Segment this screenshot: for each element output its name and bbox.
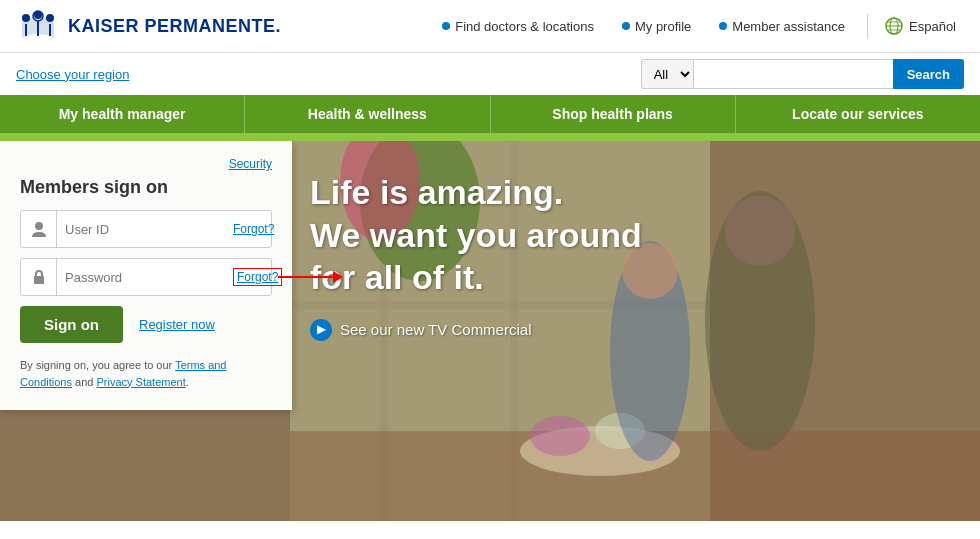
signin-panel: Security Members sign on Forgot? (0, 141, 292, 410)
password-field-wrap: Forgot? (57, 260, 290, 294)
svg-point-21 (725, 196, 795, 266)
member-assistance-label: Member assistance (732, 19, 845, 34)
user-icon (21, 211, 57, 247)
my-profile-label: My profile (635, 19, 691, 34)
terms-prefix: By signing on, you agree to our (20, 359, 172, 371)
terms-and: and (75, 376, 93, 388)
hero-headline: Life is amazing. We want you around for … (310, 171, 642, 299)
nav-item-shop-plans[interactable]: Shop health plans (491, 95, 736, 133)
header-divider (867, 14, 868, 38)
header-right: Find doctors & locations My profile Memb… (428, 14, 964, 38)
globe-icon (884, 16, 904, 36)
signin-title: Members sign on (20, 177, 272, 198)
sub-header: Choose your region All Search (0, 53, 980, 95)
logo-area: KAISER PERMANENTE. (16, 8, 281, 44)
arrow-line (278, 276, 333, 278)
kaiser-logo-icon (16, 8, 60, 44)
svg-point-24 (35, 222, 43, 230)
nav-item-health-manager[interactable]: My health manager (0, 95, 245, 133)
header-links: Find doctors & locations My profile Memb… (428, 19, 859, 34)
dot-icon (442, 22, 450, 30)
find-doctors-label: Find doctors & locations (455, 19, 594, 34)
terms-suffix: . (186, 376, 189, 388)
espanol-label: Español (909, 19, 956, 34)
register-link[interactable]: Register now (139, 317, 215, 332)
userid-forgot-link[interactable]: Forgot? (233, 222, 274, 236)
search-button[interactable]: Search (893, 59, 964, 89)
arrow-indicator (278, 271, 343, 283)
password-field[interactable] (65, 260, 233, 294)
terms-text: By signing on, you agree to our Terms an… (20, 357, 272, 390)
nav-bar: My health manager Health & wellness Shop… (0, 95, 980, 133)
arrow-head (333, 271, 343, 283)
svg-rect-25 (34, 276, 44, 284)
password-input-row: Forgot? (20, 258, 272, 296)
my-profile-link[interactable]: My profile (608, 19, 705, 34)
hero-text: Life is amazing. We want you around for … (310, 171, 642, 341)
userid-field-wrap: Forgot? (57, 212, 282, 246)
btn-row: Sign on Register now (20, 306, 272, 343)
signin-button[interactable]: Sign on (20, 306, 123, 343)
hero-cta-label: See our new TV Commercial (340, 321, 531, 338)
logo-text: KAISER PERMANENTE. (68, 16, 281, 37)
userid-input-row: Forgot? (20, 210, 272, 248)
espanol-link[interactable]: Español (876, 16, 964, 36)
password-forgot-link[interactable]: Forgot? (233, 268, 282, 286)
green-bar (0, 133, 980, 141)
dot-icon (622, 22, 630, 30)
search-input[interactable] (693, 59, 893, 89)
find-doctors-link[interactable]: Find doctors & locations (428, 19, 608, 34)
member-assistance-link[interactable]: Member assistance (705, 19, 859, 34)
search-category-select[interactable]: All (641, 59, 693, 89)
play-icon: ▶ (310, 319, 332, 341)
choose-region-link[interactable]: Choose your region (16, 67, 129, 82)
svg-point-18 (530, 416, 590, 456)
hero-line2: We want you around (310, 216, 642, 254)
hero-line1: Life is amazing. (310, 173, 563, 211)
dot-icon (719, 22, 727, 30)
privacy-link[interactable]: Privacy Statement (96, 376, 185, 388)
security-link[interactable]: Security (20, 157, 272, 171)
hero-cta[interactable]: ▶ See our new TV Commercial (310, 319, 642, 341)
lock-icon (21, 259, 57, 295)
search-area: All Search (641, 59, 964, 89)
nav-item-wellness[interactable]: Health & wellness (245, 95, 490, 133)
header: KAISER PERMANENTE. Find doctors & locati… (0, 0, 980, 53)
userid-field[interactable] (65, 212, 233, 246)
nav-item-locate[interactable]: Locate our services (736, 95, 980, 133)
main-content: Life is amazing. We want you around for … (0, 141, 980, 521)
